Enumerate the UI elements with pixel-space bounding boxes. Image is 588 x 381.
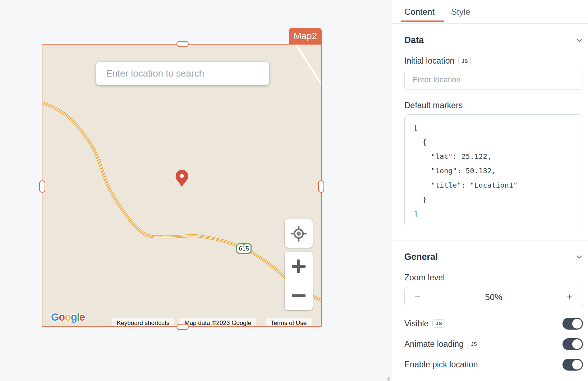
resize-handle-top[interactable]: [176, 41, 189, 47]
resize-handle-bottom[interactable]: [176, 324, 189, 330]
google-logo-letter: o: [65, 311, 71, 323]
js-badge[interactable]: JS: [458, 57, 471, 65]
map-zoom-control: [285, 252, 313, 310]
resize-handle-left[interactable]: [39, 180, 45, 193]
chevron-down-icon[interactable]: [576, 253, 583, 261]
my-location-button[interactable]: [285, 219, 313, 248]
toggle-knob: [572, 319, 582, 329]
enable-pick-location-toggle[interactable]: [562, 359, 583, 371]
animate-loading-label: Animate loading: [404, 339, 464, 349]
crosshair-location-icon: [290, 225, 307, 242]
general-section-header[interactable]: General: [404, 252, 583, 262]
canvas-scrollbar-thumb[interactable]: [387, 377, 390, 381]
map-zoom-out-button[interactable]: [285, 281, 313, 310]
route-shield-dot: [243, 243, 245, 245]
tab-content[interactable]: Content: [404, 7, 435, 17]
keyboard-shortcuts-link[interactable]: Keyboard shortcuts: [112, 318, 174, 326]
data-section-title: Data: [404, 35, 424, 45]
map-attribution: Keyboard shortcuts Map data ©2023 Google…: [112, 318, 312, 326]
map-search-input[interactable]: [106, 68, 259, 79]
plus-icon: [292, 260, 306, 273]
google-logo-letter: l: [77, 311, 79, 323]
zoom-level-value[interactable]: 50%: [431, 292, 557, 302]
map-component[interactable]: 615: [42, 44, 322, 327]
zoom-increase-button[interactable]: +: [557, 287, 583, 307]
google-logo-letter: G: [51, 311, 59, 323]
animate-loading-toggle[interactable]: [562, 338, 583, 350]
google-logo-letter: e: [79, 311, 85, 323]
default-markers-label: Default markers: [404, 101, 463, 110]
enable-pick-location-row: Enable pick location: [404, 358, 583, 371]
map-surface[interactable]: 615: [42, 45, 321, 326]
map-data-copyright: Map data ©2023 Google: [179, 318, 256, 326]
general-section-title: General: [404, 252, 438, 262]
route-shield-badge: 615: [236, 243, 252, 254]
section-divider: [392, 240, 588, 240]
visible-label: Visible: [404, 319, 428, 329]
zoom-level-label: Zoom level: [404, 273, 445, 283]
js-badge[interactable]: JS: [468, 340, 480, 348]
tab-style[interactable]: Style: [451, 7, 470, 17]
resize-handle-right[interactable]: [318, 180, 324, 193]
enable-pick-location-label: Enable pick location: [404, 360, 478, 369]
terms-of-use-link[interactable]: Terms of Use: [266, 318, 312, 326]
google-logo-letter: g: [71, 311, 77, 323]
initial-location-label: Initial location: [404, 56, 454, 66]
zoom-level-stepper: − 50% +: [404, 287, 583, 307]
default-markers-code[interactable]: [ { "lat": 25.122, "long": 50.132, "titl…: [414, 120, 574, 221]
google-logo[interactable]: Google: [51, 311, 85, 323]
initial-location-input[interactable]: [404, 70, 583, 90]
data-section-header[interactable]: Data: [404, 35, 583, 45]
active-tab-underline: [401, 20, 444, 22]
js-badge[interactable]: JS: [432, 319, 445, 328]
visible-row: Visible JS: [404, 317, 583, 330]
zoom-decrease-button[interactable]: −: [405, 287, 431, 307]
map-zoom-in-button[interactable]: [285, 252, 313, 281]
map-marker-pin-icon[interactable]: [175, 170, 188, 187]
toggle-knob: [572, 339, 582, 349]
chevron-down-icon[interactable]: [576, 37, 583, 44]
inspector-panel: Content Style Data Initial location JS D…: [392, 0, 588, 381]
default-markers-editor[interactable]: [ { "lat": 25.122, "long": 50.132, "titl…: [404, 114, 583, 227]
google-logo-letter: o: [59, 311, 65, 323]
inspector-tabs: Content Style: [392, 0, 588, 24]
animate-loading-row: Animate loading JS: [404, 338, 583, 350]
component-name-tag[interactable]: Map2: [289, 28, 322, 45]
toggle-knob: [572, 360, 582, 369]
map-search-box[interactable]: [96, 62, 269, 85]
route-shield-number: 615: [239, 245, 249, 252]
minus-icon: [292, 294, 306, 298]
editor-canvas[interactable]: 615: [0, 0, 392, 381]
visible-toggle[interactable]: [562, 318, 583, 330]
